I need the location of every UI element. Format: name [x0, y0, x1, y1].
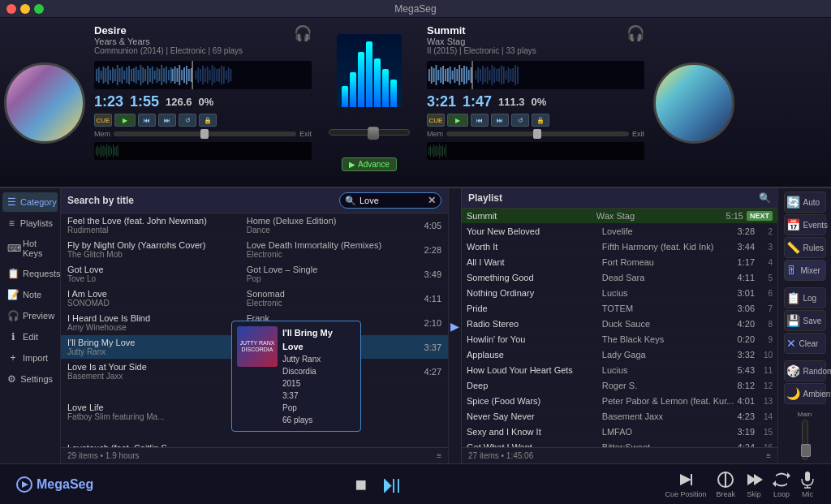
svg-rect-52: [213, 67, 215, 83]
events-button[interactable]: 📅 Events: [784, 214, 826, 235]
playlist-row[interactable]: All I Want Fort Romeau 1:17 4: [462, 255, 777, 270]
left-pitch-slider[interactable]: [114, 131, 296, 136]
cue-position-control[interactable]: Cue Position: [665, 471, 706, 498]
left-ff-button[interactable]: ⏭: [158, 114, 176, 127]
save-button[interactable]: 💾 Save: [784, 310, 826, 331]
sidebar-item-note[interactable]: 📝 Note: [2, 285, 58, 304]
right-play-button[interactable]: ▶: [447, 114, 468, 127]
sidebar-item-playlists[interactable]: ≡ Playlists: [2, 213, 58, 233]
random-button[interactable]: 🎲 Random: [784, 360, 826, 381]
playlist-row[interactable]: Something Good Dead Sara 4:11 5: [462, 270, 777, 286]
playlist-row[interactable]: Your New Beloved Lovelife 3:28 2: [462, 224, 777, 239]
panel-arrow-icon[interactable]: ▶: [448, 320, 462, 333]
right-loop-button[interactable]: ↺: [511, 114, 529, 127]
left-waveform[interactable]: [94, 61, 312, 89]
right-lock-button[interactable]: 🔒: [532, 114, 549, 127]
playlist-row[interactable]: Worth It Fifth Harmony (feat. Kid Ink) 3…: [462, 239, 777, 255]
right-exit-label[interactable]: Exit: [632, 130, 644, 138]
sidebar-item-preview[interactable]: 🎧 Preview: [2, 306, 58, 325]
skip-control[interactable]: Skip: [745, 471, 763, 498]
search-box[interactable]: 🔍 ✕: [339, 192, 441, 209]
track-name: Feel the Love (feat. John Newman): [67, 216, 240, 226]
playlist-row[interactable]: Get What I Want Bitter:Sweet 4:24 16: [462, 440, 777, 447]
break-control[interactable]: Break: [716, 471, 735, 498]
playlist-row[interactable]: Pride TOTEM 3:06 7: [462, 301, 777, 317]
stop-button[interactable]: ■: [355, 473, 368, 496]
mixer-button[interactable]: 🎚 Mixer: [784, 260, 826, 281]
svg-rect-60: [94, 142, 312, 160]
rules-button[interactable]: 📏 Rules: [784, 237, 826, 258]
maximize-button[interactable]: [34, 4, 44, 14]
close-button[interactable]: [6, 4, 16, 14]
sidebar-item-category[interactable]: ☰ Category: [2, 192, 58, 212]
pl-duration: 4:20: [738, 319, 755, 329]
left-play-button[interactable]: ▶: [114, 114, 136, 127]
left-rw-button[interactable]: ⏮: [138, 114, 156, 127]
playlist-row[interactable]: How Loud Your Heart Gets Lucius 5:43 11: [462, 363, 777, 378]
pl-num: 6: [758, 289, 773, 298]
playlist-row[interactable]: Applause Lady Gaga 3:32 10: [462, 347, 777, 363]
sidebar: ☰ Category ≡ Playlists ⌨ Hot Keys 📋 Requ…: [0, 188, 61, 463]
main-slider[interactable]: [802, 420, 808, 460]
table-row[interactable]: Feel the Love (feat. John Newman) Rudime…: [61, 213, 448, 238]
left-exit-label[interactable]: Exit: [299, 130, 312, 138]
log-button[interactable]: 📋 Log: [784, 287, 826, 308]
playlist-row[interactable]: Never Say Never Basement Jaxx 4:23 14: [462, 409, 777, 424]
popup-album-art: JUTTY RANX DISCORDIA: [237, 326, 278, 367]
left-lock-button[interactable]: 🔒: [199, 114, 217, 127]
crossfader[interactable]: [329, 129, 410, 136]
sidebar-item-hotkeys[interactable]: ⌨ Hot Keys: [2, 235, 58, 262]
play-pause-button[interactable]: ⏯: [379, 471, 403, 498]
pl-duration: 3:32: [738, 350, 755, 360]
playlist-track-list[interactable]: Summit Wax Stag 5:15 NEXT Your New Belov…: [462, 209, 777, 447]
sidebar-item-import[interactable]: + Import: [2, 348, 58, 368]
svg-rect-92: [463, 66, 465, 84]
left-cue-button[interactable]: CUE: [94, 114, 112, 127]
search-clear-button[interactable]: ✕: [428, 195, 436, 206]
left-loop-button[interactable]: ↺: [179, 114, 196, 127]
auto-button[interactable]: 🔄 Auto: [784, 192, 826, 213]
clear-button[interactable]: ✕ Clear: [784, 333, 826, 354]
table-row[interactable]: Love Life Fatboy Slim featuring Ma... JU…: [61, 384, 448, 441]
playlist-row[interactable]: Summit Wax Stag 5:15 NEXT: [462, 209, 777, 224]
playlist-row[interactable]: Sexy and I Know It LMFAO 3:19 15: [462, 424, 777, 440]
transport-bar: MegaSeg ■ ⏯ Cue Position Break Sk: [0, 463, 831, 504]
playlist-row[interactable]: Spice (Food Wars) Peter Pabor & Lemon (f…: [462, 394, 777, 409]
loop-control[interactable]: Loop: [773, 471, 790, 498]
svg-rect-75: [118, 145, 118, 157]
mic-control[interactable]: Mic: [800, 471, 815, 498]
playlist-row[interactable]: Deep Roger S. 8:12 12: [462, 378, 777, 394]
svg-rect-123: [437, 147, 438, 155]
advance-label: Advance: [358, 160, 390, 169]
minimize-button[interactable]: [20, 4, 30, 14]
playlist-row[interactable]: Radio Stereo Duck Sauce 4:20 8: [462, 317, 777, 332]
clear-label: Clear: [799, 339, 819, 348]
table-row[interactable]: Fly by Night Only (Yaarrohs Cover) The G…: [61, 238, 448, 262]
track-album: Got Love – Single Pop: [240, 265, 420, 283]
table-row[interactable]: I Am Love SONOMAD Sonomad Electronic 4:1…: [61, 286, 448, 311]
search-input[interactable]: [360, 196, 424, 205]
main-slider-thumb: [801, 444, 811, 457]
ambient-button[interactable]: 🌙 Ambient: [784, 383, 826, 404]
table-row[interactable]: Got Love Tove Lo Got Love – Single Pop 3…: [61, 262, 448, 286]
pl-artist: Dead Sara: [602, 273, 734, 282]
events-icon: 📅: [786, 218, 800, 231]
svg-rect-49: [207, 67, 209, 84]
right-ff-button[interactable]: ⏭: [491, 114, 509, 127]
table-row[interactable]: Lovetouch (feat. Caitlin S... Diesler 3:…: [61, 441, 448, 447]
right-waveform[interactable]: [427, 61, 644, 89]
playlist-search-icon[interactable]: 🔍: [759, 192, 771, 204]
track-name: I Heard Love Is Blind: [67, 313, 240, 323]
sidebar-item-settings[interactable]: ⚙ Settings: [2, 369, 58, 389]
playlist-row[interactable]: Nothing Ordinary Lucius 3:01 6: [462, 286, 777, 301]
right-pitch-slider[interactable]: [446, 131, 629, 136]
right-rw-button[interactable]: ⏮: [471, 114, 489, 127]
playlist-row[interactable]: Howlin' for You The Black Keys 0:20 9: [462, 332, 777, 347]
svg-rect-56: [223, 67, 225, 84]
sidebar-item-edit[interactable]: ℹ Edit: [2, 327, 58, 347]
advance-button[interactable]: ▶ Advance: [342, 157, 397, 171]
search-track-list[interactable]: Feel the Love (feat. John Newman) Rudime…: [61, 213, 448, 447]
sidebar-item-requests[interactable]: 📋 Requests: [2, 264, 58, 283]
svg-rect-41: [188, 69, 190, 81]
right-cue-button[interactable]: CUE: [427, 114, 445, 127]
